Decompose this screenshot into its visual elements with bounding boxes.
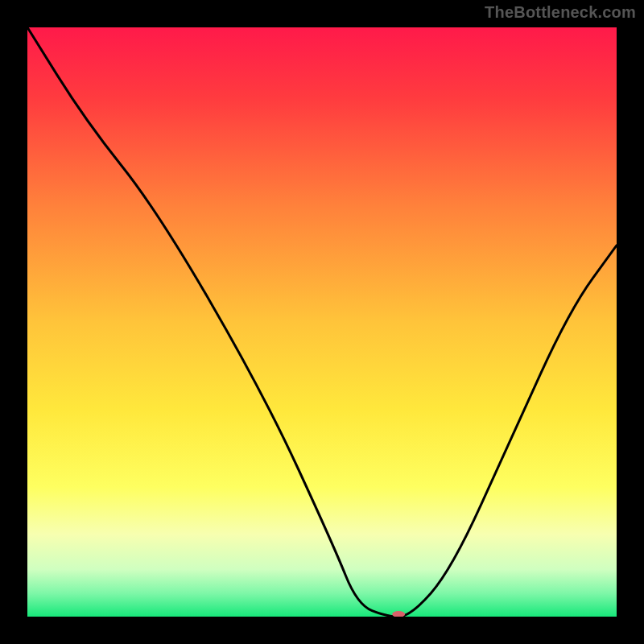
watermark-label: TheBottleneck.com	[485, 3, 636, 22]
plot-area	[27, 27, 617, 617]
gradient-background	[27, 27, 617, 617]
chart-svg	[27, 27, 617, 617]
chart-frame: TheBottleneck.com	[0, 0, 644, 644]
